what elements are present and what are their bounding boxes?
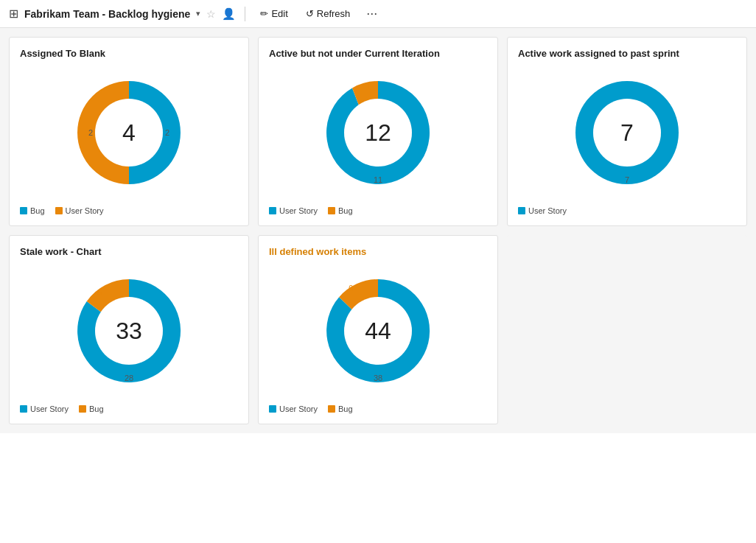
legend-dot-blue — [20, 405, 27, 413]
svg-text:38: 38 — [374, 374, 382, 382]
legend-user-story: User Story — [55, 206, 104, 215]
donut-chart: 2 2 4 — [70, 74, 188, 192]
chart-area: 2 2 4 — [20, 66, 238, 199]
donut-chart: 28 5 33 — [70, 272, 188, 390]
refresh-button[interactable]: ↺ Refresh — [300, 5, 357, 22]
legend: User Story — [518, 206, 736, 215]
donut-total: 44 — [365, 318, 391, 345]
widget-active-not-current-iteration: Active but not under Current Iteration — [258, 37, 498, 226]
svg-text:2: 2 — [88, 128, 93, 137]
donut-chart: 38 6 44 — [319, 272, 437, 390]
svg-text:28: 28 — [125, 374, 133, 382]
widget-active-past-sprint: Active work assigned to past sprint 7 7 … — [507, 37, 747, 226]
legend-dot-orange — [79, 405, 86, 413]
legend: User Story Bug — [269, 404, 487, 413]
legend-user-story: User Story — [20, 404, 69, 413]
edit-button[interactable]: ✏ Edit — [254, 5, 293, 22]
svg-text:11: 11 — [374, 175, 382, 184]
chart-area: 28 5 33 — [20, 265, 238, 397]
widget-title: Active work assigned to past sprint — [518, 48, 736, 59]
chevron-down-icon[interactable]: ▾ — [196, 9, 200, 18]
refresh-icon: ↺ — [306, 8, 314, 19]
chart-area: 11 1 12 — [269, 66, 487, 199]
legend-label: User Story — [279, 404, 318, 413]
legend-dot-orange — [328, 207, 335, 214]
donut-total: 7 — [620, 119, 634, 147]
chart-area: 7 7 — [518, 66, 736, 199]
donut-chart: 7 7 — [568, 74, 686, 192]
svg-text:5: 5 — [97, 288, 102, 297]
legend-dot-blue — [269, 405, 276, 413]
widget-title: Assigned To Blank — [20, 48, 238, 59]
grid-icon: ⊞ — [9, 7, 18, 21]
widget-title: Stale work - Chart — [20, 246, 238, 257]
legend-label-user-story: User Story — [66, 206, 104, 215]
svg-text:6: 6 — [349, 284, 353, 292]
legend-label: User Story — [528, 206, 567, 215]
donut-chart: 11 1 12 — [319, 74, 437, 192]
legend-dot-blue — [20, 207, 27, 214]
legend-label-bug: Bug — [30, 206, 45, 215]
chart-area: 38 6 44 — [269, 265, 487, 397]
refresh-label: Refresh — [317, 8, 351, 19]
legend-bug: Bug — [20, 206, 45, 215]
widget-title: Ill defined work items — [269, 246, 487, 257]
favorite-icon[interactable]: ☆ — [206, 8, 216, 20]
legend-dot-orange — [55, 207, 63, 214]
legend-bug: Bug — [328, 404, 353, 413]
legend-user-story: User Story — [518, 206, 567, 215]
legend-label-bug: Bug — [338, 404, 353, 413]
legend: User Story Bug — [20, 404, 238, 413]
separator — [245, 7, 245, 21]
donut-total: 33 — [116, 318, 142, 345]
dashboard: Assigned To Blank 2 2 4 — [0, 28, 756, 433]
donut-total: 4 — [122, 119, 136, 147]
legend-dot-blue — [518, 207, 525, 214]
more-options-icon[interactable]: ··· — [362, 4, 382, 23]
legend-user-story: User Story — [269, 404, 318, 413]
legend-bug: Bug — [79, 404, 104, 413]
legend-label: User Story — [30, 404, 69, 413]
widget-title: Active but not under Current Iteration — [269, 48, 487, 59]
legend-label: User Story — [279, 206, 318, 215]
legend-bug: Bug — [328, 206, 353, 215]
svg-text:7: 7 — [625, 175, 629, 184]
edit-label: Edit — [271, 8, 287, 19]
person-icon[interactable]: 👤 — [222, 7, 236, 21]
legend-dot-blue — [269, 207, 276, 214]
topbar: ⊞ Fabrikam Team - Backlog hygiene ▾ ☆ 👤 … — [0, 0, 756, 28]
donut-total: 12 — [365, 119, 391, 147]
widget-stale-work: Stale work - Chart 28 5 33 User Sto — [9, 235, 249, 424]
legend-label-bug: Bug — [338, 206, 353, 215]
widget-ill-defined: Ill defined work items 38 6 44 User — [258, 235, 498, 424]
svg-text:1: 1 — [366, 83, 371, 91]
widget-assigned-to-blank: Assigned To Blank 2 2 4 — [9, 37, 249, 226]
edit-icon: ✏ — [260, 8, 268, 19]
legend-dot-orange — [328, 405, 335, 413]
empty-cell — [507, 235, 747, 424]
topbar-title: Fabrikam Team - Backlog hygiene — [24, 8, 190, 20]
legend-user-story: User Story — [269, 206, 318, 215]
legend-label-bug: Bug — [89, 404, 104, 413]
legend: Bug User Story — [20, 206, 238, 215]
legend: User Story Bug — [269, 206, 487, 215]
svg-text:2: 2 — [165, 128, 169, 137]
